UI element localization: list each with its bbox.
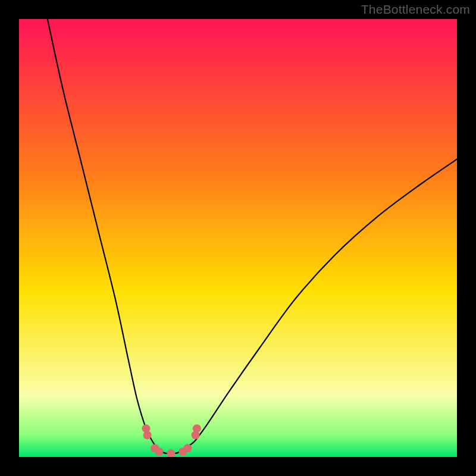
curve-marker bbox=[155, 447, 164, 456]
curve-marker bbox=[193, 424, 201, 433]
curve-marker bbox=[183, 444, 192, 452]
bottleneck-chart bbox=[0, 0, 476, 476]
curve-marker bbox=[167, 449, 175, 458]
plot-background bbox=[19, 19, 457, 457]
watermark-text: TheBottleneck.com bbox=[361, 2, 470, 17]
curve-marker bbox=[143, 431, 152, 439]
